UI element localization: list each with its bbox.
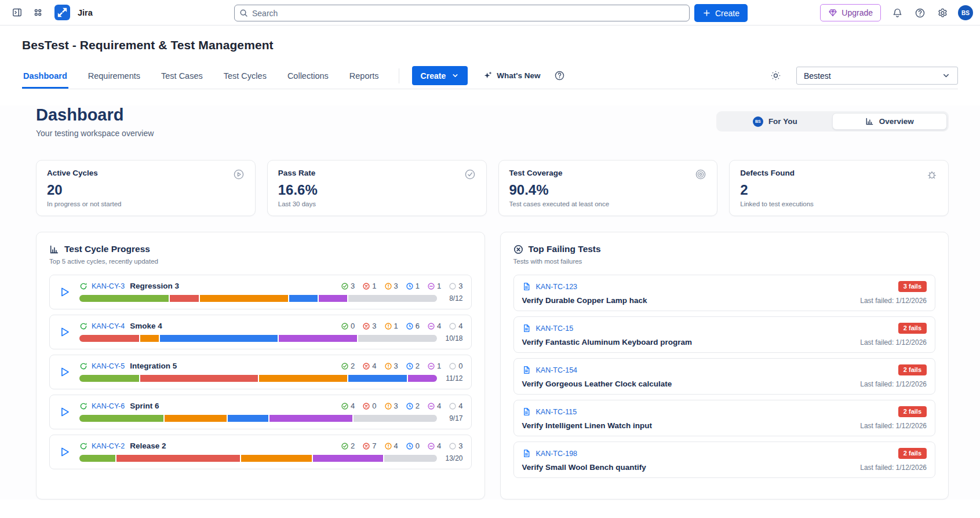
stat-subtitle: Test cases executed at least once <box>509 200 707 207</box>
status-counts: 243210 <box>341 362 462 370</box>
test-case-title: Verify Durable Copper Lamp hack <box>522 296 647 305</box>
progress-bar <box>79 295 437 302</box>
test-case-key-link[interactable]: KAN-TC-115 <box>536 408 577 416</box>
test-case-key-link[interactable]: KAN-TC-198 <box>536 450 578 458</box>
failing-test-row[interactable]: KAN-TC-154 2 fails Verify Gorgeous Leath… <box>513 358 936 395</box>
create-dropdown-button[interactable]: Create <box>412 66 468 85</box>
status-skipped-icon <box>427 402 435 410</box>
stat-value: 16.6% <box>278 182 476 198</box>
cycle-key-link[interactable]: KAN-CY-5 <box>92 362 125 370</box>
status-count-skipped: 4 <box>427 322 441 330</box>
upgrade-button[interactable]: Upgrade <box>820 4 881 21</box>
whats-new-link[interactable]: What's New <box>483 71 540 81</box>
tab-reports[interactable]: Reports <box>348 63 380 89</box>
status-in_progress-icon <box>406 402 414 410</box>
status-count-skipped: 1 <box>427 282 441 290</box>
failing-test-row[interactable]: KAN-TC-115 2 fails Verify Intelligent Li… <box>513 400 936 436</box>
run-cycle-button[interactable] <box>58 286 71 298</box>
cycle-key-link[interactable]: KAN-CY-3 <box>92 282 125 290</box>
tab-requirements[interactable]: Requirements <box>87 63 141 89</box>
failing-test-row[interactable]: KAN-TC-198 2 fails Verify Small Wool Ben… <box>513 442 936 478</box>
test-case-title: Verify Fantastic Aluminum Keyboard progr… <box>522 338 693 346</box>
notifications-button[interactable] <box>888 4 906 21</box>
sidebar-toggle-button[interactable] <box>8 4 25 21</box>
status-count-in_progress: 6 <box>406 322 420 330</box>
status-count-failed: 7 <box>362 442 376 450</box>
status-passed-icon <box>341 282 349 290</box>
status-count-passed: 0 <box>341 322 355 330</box>
settings-button[interactable] <box>934 4 951 21</box>
run-cycle-button[interactable] <box>58 366 71 378</box>
plus-icon <box>702 9 711 17</box>
failing-test-row[interactable]: KAN-TC-15 2 fails Verify Fantastic Alumi… <box>513 316 936 353</box>
status-count-blocked: 3 <box>384 402 398 410</box>
help-icon <box>915 8 926 19</box>
cycle-key-link[interactable]: KAN-CY-6 <box>92 402 125 410</box>
status-count-failed: 0 <box>362 402 376 410</box>
progress-segment-blocked <box>199 295 288 302</box>
app-switcher-button[interactable] <box>29 4 46 21</box>
toggle-overview[interactable]: Overview <box>832 113 948 130</box>
status-passed-icon <box>341 442 349 450</box>
user-avatar[interactable]: BS <box>958 5 973 20</box>
test-case-icon <box>522 282 531 291</box>
help-button[interactable] <box>911 4 928 21</box>
progress-segment-passed <box>79 375 139 382</box>
test-case-key-link[interactable]: KAN-TC-123 <box>536 283 578 291</box>
progress-segment-failed <box>115 455 241 462</box>
theme-toggle-icon[interactable] <box>770 70 781 81</box>
tab-test-cycles[interactable]: Test Cycles <box>223 63 268 89</box>
run-cycle-button[interactable] <box>58 406 71 418</box>
progress-segment-blocked <box>163 415 227 422</box>
status-count-passed: 2 <box>341 442 355 450</box>
global-create-button[interactable]: Create <box>694 4 748 22</box>
test-case-key-link[interactable]: KAN-TC-154 <box>536 366 578 374</box>
progress-segment-in_progress <box>227 415 269 422</box>
test-case-title: Verify Gorgeous Leather Clock calculate <box>522 380 672 388</box>
stats-row: Active Cycles 20 In progress or not star… <box>36 160 949 216</box>
status-count-not_run: 0 <box>449 362 462 370</box>
last-failed-label: Last failed: 1/12/2026 <box>860 338 927 346</box>
test-cycle-row[interactable]: KAN-CY-3 Regression 3 313113 8/12 <box>49 275 472 309</box>
search-input[interactable] <box>234 5 690 21</box>
status-blocked-icon <box>384 402 392 410</box>
test-cycle-progress-panel: Test Cycle Progress Top 5 active cycles,… <box>36 232 485 499</box>
stat-title: Test Coverage <box>509 169 563 177</box>
failing-test-row[interactable]: KAN-TC-123 3 fails Verify Durable Copper… <box>513 275 936 311</box>
workspace-select[interactable]: Bestest <box>796 67 958 85</box>
cycle-key-link[interactable]: KAN-CY-4 <box>92 322 125 330</box>
run-cycle-button[interactable] <box>58 326 71 338</box>
cycle-name: Release 2 <box>130 442 166 450</box>
test-cycle-row[interactable]: KAN-CY-2 Release 2 274043 13/20 <box>49 435 472 469</box>
status-count-passed: 2 <box>341 362 355 370</box>
tab-dashboard[interactable]: Dashboard <box>22 63 68 89</box>
progress-segment-not_run <box>352 415 436 422</box>
test-case-key-link[interactable]: KAN-TC-15 <box>536 324 574 333</box>
status-skipped-icon <box>427 282 435 290</box>
status-count-blocked: 4 <box>384 442 398 450</box>
stat-value: 90.4% <box>509 182 707 198</box>
test-cycle-row[interactable]: KAN-CY-6 Sprint 6 403244 9/17 <box>49 395 472 429</box>
cycle-key-link[interactable]: KAN-CY-2 <box>92 442 125 450</box>
status-failed-icon <box>362 322 370 330</box>
tab-test-cases[interactable]: Test Cases <box>160 63 204 89</box>
test-cycle-row[interactable]: KAN-CY-5 Integration 5 243210 11/12 <box>49 355 472 389</box>
run-cycle-button[interactable] <box>58 446 71 458</box>
progress-segment-skipped <box>268 415 352 422</box>
status-in_progress-icon <box>406 442 414 450</box>
toggle-for-you[interactable]: BS For You <box>718 113 832 130</box>
cycle-name: Smoke 4 <box>130 322 162 330</box>
progress-segment-blocked <box>139 335 159 342</box>
progress-segment-in_progress <box>288 295 318 302</box>
tab-bar: DashboardRequirementsTest CasesTest Cycl… <box>22 63 958 89</box>
fails-badge: 3 fails <box>898 281 927 292</box>
status-counts: 313113 <box>341 282 462 290</box>
status-failed-icon <box>362 282 370 290</box>
last-failed-label: Last failed: 1/12/2026 <box>860 380 927 388</box>
stat-card: Defects Found 2 Linked to test execution… <box>729 160 949 216</box>
test-cycle-row[interactable]: KAN-CY-4 Smoke 4 031644 10/18 <box>49 315 472 349</box>
tab-help-icon[interactable] <box>554 70 565 81</box>
status-count-in_progress: 2 <box>406 362 420 370</box>
tab-collections[interactable]: Collections <box>286 63 330 89</box>
status-not_run-icon <box>449 402 457 410</box>
